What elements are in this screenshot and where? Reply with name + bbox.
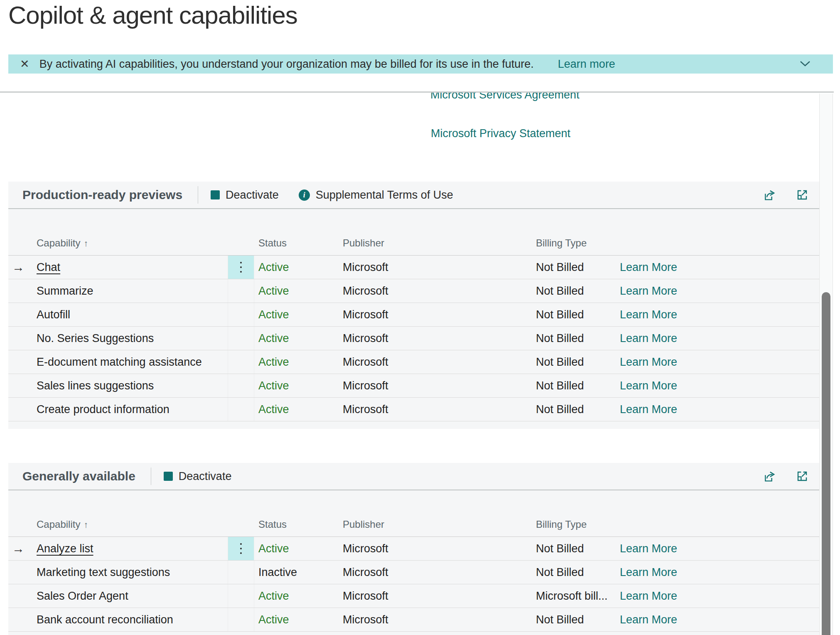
sections-container: Production-ready previews Deactivate Sup… (8, 182, 819, 635)
column-header-status[interactable]: Status (254, 237, 339, 249)
publisher-value: Microsoft (339, 285, 532, 298)
section-header-icons (763, 188, 809, 202)
column-header-status[interactable]: Status (254, 519, 339, 530)
services-agreement-link[interactable]: Microsoft Services Agreement (430, 93, 580, 101)
publisher-value: Microsoft (339, 403, 532, 416)
scroll-region-top-divider (0, 91, 834, 93)
capability-table: Capability Status Publisher Billing Type… (8, 209, 819, 429)
section-title: Generally available (22, 469, 135, 483)
column-header-publisher[interactable]: Publisher (339, 237, 532, 249)
vertical-scrollbar-thumb[interactable] (822, 292, 830, 635)
billing-type-value: Microsoft bill... (532, 590, 616, 603)
capability-link[interactable]: Autofill (37, 308, 70, 321)
capability-link[interactable]: Marketing text suggestions (37, 566, 170, 578)
capability-link[interactable]: Summarize (37, 285, 93, 297)
status-value: Active (254, 356, 339, 369)
privacy-statement-link[interactable]: Microsoft Privacy Statement (431, 127, 570, 140)
section-header-icons (763, 470, 809, 483)
learn-more-link[interactable]: Learn More (620, 566, 677, 578)
toolbar-button-label: Supplemental Terms of Use (316, 189, 453, 202)
chevron-down-icon[interactable] (799, 60, 811, 68)
open-in-new-window-icon[interactable] (796, 470, 809, 483)
section-toolbar: Deactivate Supplemental Terms of Use (211, 189, 453, 202)
toolbar-button[interactable]: Supplemental Terms of Use (299, 189, 453, 202)
learn-more-link[interactable]: Learn More (620, 308, 677, 321)
table-row[interactable]: Bank account reconciliation Active Micro… (8, 608, 819, 632)
capability-table: Capability Status Publisher Billing Type… (8, 490, 819, 635)
capability-link[interactable]: Sales Order Agent (37, 590, 128, 602)
capability-section: Generally available Deactivate (8, 463, 819, 635)
table-row[interactable]: Analyze list Active Microsoft Not Billed… (8, 537, 819, 561)
column-header-billing-type[interactable]: Billing Type (532, 519, 616, 530)
table-row[interactable]: Sales lines suggestions Active Microsoft… (8, 374, 819, 398)
open-in-new-window-icon[interactable] (796, 188, 809, 202)
table-row[interactable]: Summarize Active Microsoft Not Billed Le… (8, 279, 819, 303)
column-header-capability[interactable]: Capability (28, 519, 228, 530)
publisher-value: Microsoft (339, 590, 532, 603)
learn-more-link[interactable]: Learn More (620, 285, 677, 297)
learn-more-link[interactable]: Learn More (620, 542, 677, 555)
vertical-divider (198, 186, 198, 204)
sort-ascending-icon (84, 239, 88, 248)
table-row[interactable]: Create product information Active Micros… (8, 398, 819, 421)
learn-more-link[interactable]: Learn More (620, 379, 677, 392)
header-menu-spacer (228, 512, 254, 537)
close-icon[interactable] (20, 59, 29, 70)
learn-more-link[interactable]: Learn More (620, 590, 677, 602)
capability-link[interactable]: Create product information (37, 403, 169, 416)
table-row[interactable]: E-document matching assistance Active Mi… (8, 350, 819, 374)
banner-message: By activating AI capabilities, you under… (39, 58, 534, 71)
page-title: Copilot & agent capabilities (8, 1, 297, 30)
learn-more-link[interactable]: Learn More (620, 403, 677, 416)
publisher-value: Microsoft (339, 261, 532, 274)
row-menu-ellipsis-icon[interactable] (240, 543, 242, 554)
billing-type-value: Not Billed (532, 542, 616, 555)
column-header-capability[interactable]: Capability (28, 237, 228, 249)
capability-link[interactable]: E-document matching assistance (37, 356, 202, 368)
billing-type-value: Not Billed (532, 403, 616, 416)
row-menu-ellipsis-icon[interactable] (240, 262, 242, 273)
billing-type-value: Not Billed (532, 379, 616, 392)
capability-link[interactable]: Chat (37, 261, 60, 273)
billing-type-value: Not Billed (532, 308, 616, 321)
column-header-billing-type[interactable]: Billing Type (532, 237, 616, 249)
table-row[interactable]: Chat Active Microsoft Not Billed Learn M… (8, 256, 819, 279)
toolbar-button-label: Deactivate (179, 470, 232, 483)
column-header-publisher[interactable]: Publisher (339, 519, 532, 530)
capability-link[interactable]: Sales lines suggestions (37, 379, 154, 392)
section-toolbar: Deactivate (164, 470, 232, 483)
selected-row-arrow-icon (12, 542, 25, 555)
toolbar-button[interactable]: Deactivate (164, 470, 232, 483)
banner-learn-more-link[interactable]: Learn more (558, 58, 615, 71)
publisher-value: Microsoft (339, 566, 532, 579)
publisher-value: Microsoft (339, 379, 532, 392)
table-row[interactable]: Sales Order Agent Active Microsoft Micro… (8, 584, 819, 608)
publisher-value: Microsoft (339, 332, 532, 345)
header-menu-spacer (228, 231, 254, 255)
vertical-scrollbar-track[interactable] (819, 94, 833, 635)
app-root: { "page": { "title": "Copilot & agent ca… (0, 0, 840, 635)
billing-type-value: Not Billed (532, 613, 616, 626)
section-title: Production-ready previews (22, 188, 182, 202)
learn-more-link[interactable]: Learn More (620, 356, 677, 368)
learn-more-link[interactable]: Learn More (620, 613, 677, 626)
services-agreement-link-clipped: Microsoft Services Agreement (430, 93, 663, 105)
info-circle-icon (299, 190, 310, 201)
table-row[interactable]: No. Series Suggestions Active Microsoft … (8, 327, 819, 350)
capability-link[interactable]: Analyze list (37, 542, 93, 555)
learn-more-link[interactable]: Learn More (620, 261, 677, 273)
table-row[interactable]: Marketing text suggestions Inactive Micr… (8, 561, 819, 584)
share-icon[interactable] (763, 188, 776, 202)
table-row[interactable]: Autofill Active Microsoft Not Billed Lea… (8, 303, 819, 327)
status-value: Active (254, 403, 339, 416)
capability-link[interactable]: Bank account reconciliation (37, 613, 173, 626)
share-icon[interactable] (763, 470, 776, 483)
status-value: Active (254, 308, 339, 321)
billing-type-value: Not Billed (532, 566, 616, 579)
publisher-value: Microsoft (339, 308, 532, 321)
section-header-band: Generally available Deactivate (8, 463, 819, 490)
toolbar-button[interactable]: Deactivate (211, 189, 279, 202)
capability-section: Production-ready previews Deactivate Sup… (8, 182, 819, 429)
learn-more-link[interactable]: Learn More (620, 332, 677, 345)
capability-link[interactable]: No. Series Suggestions (37, 332, 154, 345)
